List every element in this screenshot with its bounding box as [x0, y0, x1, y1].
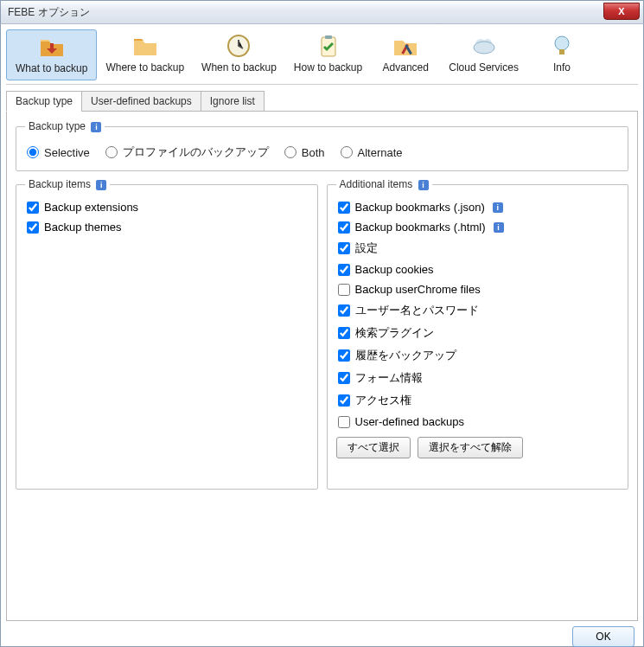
info-icon[interactable]: i [494, 222, 504, 233]
checkbox-row: フォーム情報 [336, 367, 620, 389]
toolbar: What to backupWhere to backupWhen to bac… [6, 28, 638, 85]
dialog-footer: OK [6, 621, 638, 647]
checkbox-label: Backup themes [44, 221, 122, 234]
toolbar-item-how-to-backup[interactable]: How to backup [285, 29, 371, 80]
radio-alternate[interactable]: Alternate [341, 146, 403, 159]
checkbox-input[interactable] [27, 221, 39, 234]
checkbox-row: Backup extensions [25, 197, 309, 217]
checkbox-label: 履歴をバックアップ [355, 348, 456, 363]
checkbox-label: フォーム情報 [355, 370, 423, 386]
checkbox-row: アクセス権 [336, 389, 620, 412]
checkbox-row: User-defined backups [336, 412, 620, 432]
bulb-icon [548, 32, 576, 60]
legend-backup-items: Backup items i [25, 178, 110, 190]
checkbox-input[interactable] [338, 221, 350, 234]
toolbar-item-where-to-backup[interactable]: Where to backup [97, 29, 193, 80]
radio-input[interactable] [284, 146, 296, 158]
info-icon[interactable]: i [493, 202, 503, 213]
checkbox-label: Backup bookmarks (.json) [355, 201, 485, 214]
radio-input[interactable] [105, 146, 118, 158]
tab-panel-backup-type: Backup type i SelectiveプロファイルのバックアップBoth… [6, 111, 638, 621]
checkbox-input[interactable] [338, 394, 350, 407]
info-icon[interactable]: i [96, 180, 106, 190]
toolbar-label: Cloud Services [449, 61, 519, 74]
info-icon[interactable]: i [91, 122, 101, 132]
toolbar-label: How to backup [294, 61, 362, 74]
toolbar-label: What to backup [16, 62, 87, 74]
cloud-icon [470, 32, 498, 60]
checkbox-input[interactable] [338, 349, 350, 362]
checkbox-input[interactable] [27, 202, 39, 214]
radio-selective[interactable]: Selective [27, 146, 90, 159]
checkbox-row: Backup bookmarks (.html)i [336, 217, 620, 237]
clear-all-button[interactable]: 選択をすべて解除 [418, 437, 523, 458]
radio--[interactable]: プロファイルのバックアップ [105, 144, 269, 160]
checkbox-label: 検索プラグイン [355, 325, 434, 341]
checkbox-input[interactable] [338, 304, 350, 317]
fieldset-backup-type: Backup type i SelectiveプロファイルのバックアップBoth… [16, 120, 628, 171]
folder-icon [131, 32, 159, 60]
radio-input[interactable] [27, 146, 39, 158]
checkbox-row: 設定 [336, 237, 620, 259]
close-button[interactable]: X [603, 3, 640, 20]
toolbar-item-info[interactable]: Info [527, 29, 596, 80]
checkbox-row: Backup bookmarks (.json)i [336, 197, 620, 217]
checkbox-label: User-defined backups [355, 415, 464, 428]
toolbar-label: Where to backup [105, 61, 184, 74]
toolbar-item-cloud-services[interactable]: Cloud Services [440, 29, 527, 80]
info-icon[interactable]: i [418, 180, 429, 190]
checkbox-label: Backup cookies [355, 263, 434, 276]
checkbox-row: 検索プラグイン [336, 322, 620, 344]
legend-backup-type: Backup type i [25, 120, 105, 132]
tab-user-defined-backups[interactable]: User-defined backups [81, 91, 201, 112]
toolbar-item-advanced[interactable]: Advanced [371, 29, 440, 80]
checkbox-input[interactable] [338, 372, 350, 384]
toolbar-label: Advanced [383, 61, 429, 74]
legend-additional-items: Additional items i [336, 178, 432, 190]
toolbar-label: When to backup [201, 61, 277, 74]
checkbox-label: ユーザー名とパスワード [355, 303, 479, 318]
folder-tools-icon [392, 32, 419, 60]
tab-backup-type[interactable]: Backup type [6, 91, 82, 112]
fieldset-additional-items: Additional items i Backup bookmarks (.js… [327, 178, 629, 490]
ok-button[interactable]: OK [572, 626, 634, 647]
checkbox-row: Backup cookies [336, 259, 620, 279]
checkbox-row: Backup userChrome files [336, 279, 620, 299]
window-title: FEBE オプション [8, 5, 90, 20]
checkbox-row: ユーザー名とパスワード [336, 299, 620, 322]
tab-ignore-list[interactable]: Ignore list [201, 91, 265, 112]
svg-rect-2 [325, 35, 332, 39]
clock-icon [225, 32, 252, 60]
svg-point-9 [555, 36, 569, 50]
titlebar: FEBE オプション X [0, 0, 644, 24]
checkbox-input[interactable] [338, 284, 350, 296]
checkbox-label: Backup extensions [44, 201, 138, 214]
select-all-button[interactable]: すべて選択 [336, 437, 411, 458]
checkbox-label: Backup bookmarks (.html) [355, 221, 486, 234]
radio-both[interactable]: Both [284, 146, 325, 159]
checkbox-input[interactable] [338, 202, 350, 214]
checkbox-input[interactable] [338, 327, 350, 339]
toolbar-label: Info [553, 61, 571, 74]
folder-down-icon [38, 33, 66, 61]
checkbox-row: Backup themes [25, 217, 309, 237]
svg-rect-10 [559, 49, 564, 54]
clipboard-icon [315, 32, 342, 60]
backup-type-radios: SelectiveプロファイルのバックアップBothAlternate [25, 139, 619, 162]
toolbar-item-when-to-backup[interactable]: When to backup [193, 29, 285, 80]
checkbox-label: アクセス権 [355, 393, 411, 408]
tab-strip: Backup typeUser-defined backupsIgnore li… [6, 90, 638, 111]
radio-input[interactable] [341, 146, 353, 158]
toolbar-item-what-to-backup[interactable]: What to backup [6, 29, 97, 80]
checkbox-label: 設定 [355, 240, 378, 256]
window-body: What to backupWhere to backupWhen to bac… [0, 24, 644, 647]
checkbox-row: 履歴をバックアップ [336, 344, 620, 367]
checkbox-input[interactable] [338, 264, 350, 276]
checkbox-label: Backup userChrome files [355, 283, 481, 296]
checkbox-input[interactable] [338, 416, 350, 428]
fieldset-backup-items: Backup items i Backup extensionsBackup t… [16, 178, 318, 490]
checkbox-input[interactable] [338, 242, 350, 254]
